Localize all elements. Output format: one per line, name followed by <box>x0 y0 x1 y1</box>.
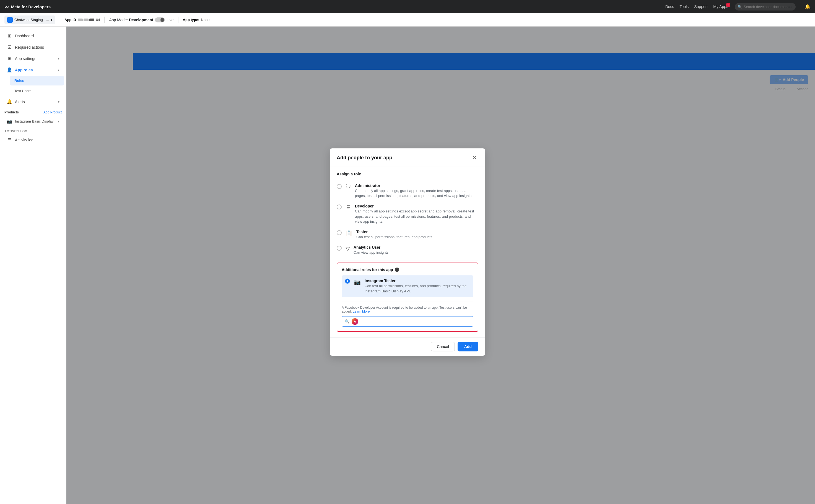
id-block-3 <box>89 19 94 21</box>
additional-title-text: Additional roles for this app <box>342 267 393 272</box>
app-roles-icon: 👤 <box>7 67 12 72</box>
live-label: Live <box>167 18 174 22</box>
search-wrap: 🔍 <box>735 3 796 11</box>
cancel-button[interactable]: Cancel <box>431 342 455 351</box>
sidebar-item-required-actions[interactable]: ☑ Required actions <box>2 42 64 53</box>
info-icon[interactable]: i <box>395 267 399 272</box>
administrator-name: Administrator <box>355 183 478 188</box>
activity-log-section-label: Activity log <box>0 127 66 134</box>
app-settings-icon: ⚙ <box>7 56 12 61</box>
tester-desc: Can test all permissions, features, and … <box>356 235 433 240</box>
app-id-info: App ID 04 <box>64 18 100 22</box>
my-apps-badge: 1 <box>726 3 730 7</box>
role-option-analytics[interactable]: ▽ Analytics User Can view app insights. <box>337 242 478 258</box>
add-button[interactable]: Add <box>458 342 478 351</box>
radio-analytics[interactable] <box>337 246 342 251</box>
activity-log-icon: ☰ <box>7 137 12 142</box>
sidebar-item-app-roles[interactable]: 👤 App roles ▴ <box>2 64 64 75</box>
modal-container: Add people to your app ✕ Assign a role 🛡… <box>330 148 485 356</box>
chevron-down-icon: ▾ <box>58 57 59 61</box>
app-icon <box>7 17 13 23</box>
analytics-info: Analytics User Can view app insights. <box>354 245 390 255</box>
sidebar-item-label: Dashboard <box>15 34 34 38</box>
modal-footer: Cancel Add <box>330 337 485 356</box>
search-dots-icon[interactable]: ⋮ <box>466 319 470 324</box>
assign-role-label: Assign a role <box>337 172 478 176</box>
sidebar: ⊞ Dashboard ☑ Required actions ⚙ App set… <box>0 27 66 504</box>
additional-divider <box>342 301 473 301</box>
tools-link[interactable]: Tools <box>680 4 689 9</box>
support-link[interactable]: Support <box>694 4 708 9</box>
administrator-info: Administrator Can modify all app setting… <box>355 183 478 198</box>
radio-instagram-tester[interactable] <box>345 279 350 284</box>
divider <box>60 17 60 23</box>
sidebar-item-label: App roles <box>15 68 33 72</box>
sidebar-item-alerts[interactable]: 🔔 Alerts ▾ <box>2 96 64 107</box>
required-actions-icon: ☑ <box>7 45 12 50</box>
developer-info: Developer Can modify all app settings ex… <box>355 204 478 224</box>
radio-developer[interactable] <box>337 205 342 210</box>
instagram-label: Instagram Basic Display <box>15 119 53 123</box>
bell-icon[interactable]: 🔔 <box>804 4 811 10</box>
app-mode-toggle[interactable] <box>155 17 165 22</box>
close-icon[interactable]: ✕ <box>471 154 478 162</box>
dashboard-icon: ⊞ <box>7 33 12 38</box>
app-selector[interactable]: Chatwoot Staging - ... ▾ <box>4 15 55 24</box>
search-user-wrap: 🔍 A ⋮ <box>342 316 473 327</box>
add-people-modal: Add people to your app ✕ Assign a role 🛡… <box>330 148 485 356</box>
monitor-icon: 🖥 <box>346 204 351 211</box>
sidebar-item-activity-log[interactable]: ☰ Activity log <box>2 134 64 145</box>
analytics-desc: Can view app insights. <box>354 250 390 255</box>
role-option-administrator[interactable]: 🛡 Administrator Can modify all app setti… <box>337 181 478 201</box>
sidebar-item-instagram-basic-display[interactable]: 📷 Instagram Basic Display ▾ <box>2 116 64 127</box>
chevron-up-icon: ▴ <box>58 68 59 72</box>
app-name: Chatwoot Staging - ... <box>14 18 49 22</box>
radio-tester[interactable] <box>337 230 342 235</box>
modal-divider <box>337 260 478 260</box>
additional-roles-title: Additional roles for this app i <box>342 267 473 272</box>
chevron-down-icon-instagram: ▾ <box>58 119 59 123</box>
radio-circle <box>337 184 342 189</box>
instagram-tester-name: Instagram Tester <box>365 279 470 283</box>
radio-circle <box>337 230 342 235</box>
radio-administrator[interactable] <box>337 184 342 189</box>
instagram-icon: 📷 <box>7 119 12 124</box>
instagram-tester-option[interactable]: 📷 Instagram Tester Can test all permissi… <box>342 275 473 297</box>
add-product-link[interactable]: Add Product <box>43 110 62 114</box>
modal-title: Add people to your app <box>337 155 392 161</box>
role-option-tester[interactable]: 📋 Tester Can test all permissions, featu… <box>337 227 478 242</box>
docs-link[interactable]: Docs <box>665 4 674 9</box>
role-option-developer[interactable]: 🖥 Developer Can modify all app settings … <box>337 201 478 227</box>
sidebar-item-test-users[interactable]: Test Users <box>10 86 64 96</box>
learn-more-link[interactable]: Learn More <box>353 310 370 313</box>
instagram-tester-icon: 📷 <box>354 279 361 285</box>
sidebar-item-roles[interactable]: Roles <box>10 76 64 85</box>
app-id-blocks <box>78 19 94 21</box>
sidebar-sub-app-roles: Roles Test Users <box>8 76 66 96</box>
fb-required-note: A Facebook Developer Account is required… <box>342 306 473 313</box>
sidebar-item-label: App settings <box>15 56 36 61</box>
user-avatar: A <box>352 318 358 325</box>
analytics-name: Analytics User <box>354 245 390 250</box>
app-mode-label: App Mode: Development <box>109 18 153 22</box>
shield-icon: 🛡 <box>346 184 351 190</box>
app-mode-toggle-wrap: App Mode: Development Live <box>109 17 173 22</box>
sidebar-item-app-settings[interactable]: ⚙ App settings ▾ <box>2 53 64 64</box>
app-bar: Chatwoot Staging - ... ▾ App ID 04 App M… <box>0 13 815 27</box>
sidebar-item-label: Alerts <box>15 100 25 104</box>
analytics-icon: ▽ <box>346 245 350 252</box>
sidebar-item-dashboard[interactable]: ⊞ Dashboard <box>2 30 64 41</box>
modal-header: Add people to your app ✕ <box>330 148 485 166</box>
search-user-input[interactable] <box>360 319 464 324</box>
main-layout: ⊞ Dashboard ☑ Required actions ⚙ App set… <box>0 53 815 504</box>
divider-3 <box>178 17 178 23</box>
logo-text: Meta for Developers <box>11 4 51 9</box>
test-users-label: Test Users <box>14 89 31 93</box>
administrator-desc: Can modify all app settings, grant app r… <box>355 188 478 198</box>
my-apps-button[interactable]: My Apps 1 <box>713 4 728 9</box>
app-type-info: App type: None <box>183 18 210 22</box>
instagram-tester-desc: Can test all permissions, features, and … <box>365 284 470 293</box>
clipboard-icon: 📋 <box>346 230 352 237</box>
modal-body: Assign a role 🛡 Administrator Can modify… <box>330 166 485 337</box>
search-input[interactable] <box>735 3 796 11</box>
